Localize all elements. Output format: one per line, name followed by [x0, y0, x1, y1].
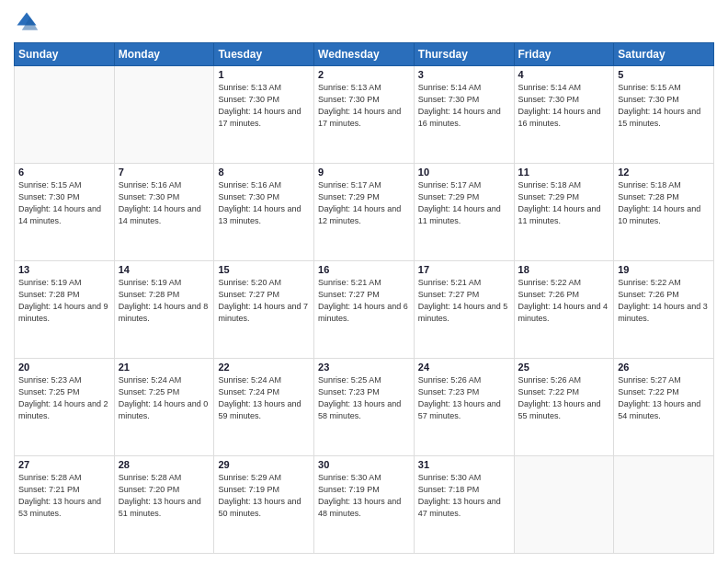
- day-info: Sunrise: 5:15 AMSunset: 7:30 PMDaylight:…: [618, 82, 710, 130]
- day-info: Sunrise: 5:28 AMSunset: 7:20 PMDaylight:…: [119, 472, 210, 520]
- day-info: Sunrise: 5:14 AMSunset: 7:30 PMDaylight:…: [518, 82, 610, 130]
- weekday-header-monday: Monday: [114, 43, 214, 66]
- day-number: 18: [518, 264, 610, 275]
- day-info: Sunrise: 5:19 AMSunset: 7:28 PMDaylight:…: [18, 277, 110, 325]
- day-info: Sunrise: 5:26 AMSunset: 7:22 PMDaylight:…: [518, 374, 610, 422]
- calendar-cell: 26Sunrise: 5:27 AMSunset: 7:22 PMDayligh…: [614, 359, 714, 456]
- day-number: 17: [418, 264, 510, 275]
- calendar-week-row: 20Sunrise: 5:23 AMSunset: 7:25 PMDayligh…: [15, 359, 714, 456]
- day-info: Sunrise: 5:29 AMSunset: 7:19 PMDaylight:…: [218, 472, 310, 520]
- calendar-cell: 28Sunrise: 5:28 AMSunset: 7:20 PMDayligh…: [114, 456, 214, 554]
- calendar-cell: 3Sunrise: 5:14 AMSunset: 7:30 PMDaylight…: [414, 66, 514, 164]
- day-info: Sunrise: 5:14 AMSunset: 7:30 PMDaylight:…: [418, 82, 510, 130]
- day-info: Sunrise: 5:13 AMSunset: 7:30 PMDaylight:…: [218, 82, 310, 130]
- weekday-header-friday: Friday: [514, 43, 614, 66]
- day-info: Sunrise: 5:20 AMSunset: 7:27 PMDaylight:…: [218, 277, 310, 325]
- calendar-cell: [614, 456, 714, 554]
- day-info: Sunrise: 5:30 AMSunset: 7:19 PMDaylight:…: [318, 472, 410, 520]
- calendar-cell: 23Sunrise: 5:25 AMSunset: 7:23 PMDayligh…: [314, 359, 415, 456]
- day-number: 6: [18, 167, 110, 178]
- day-number: 20: [18, 362, 110, 373]
- weekday-header-tuesday: Tuesday: [214, 43, 314, 66]
- calendar-cell: 10Sunrise: 5:17 AMSunset: 7:29 PMDayligh…: [414, 164, 514, 261]
- calendar-cell: [514, 456, 614, 554]
- calendar-week-row: 27Sunrise: 5:28 AMSunset: 7:21 PMDayligh…: [15, 456, 714, 554]
- weekday-header-wednesday: Wednesday: [314, 43, 415, 66]
- calendar-cell: 12Sunrise: 5:18 AMSunset: 7:28 PMDayligh…: [614, 164, 714, 261]
- day-number: 29: [218, 459, 310, 470]
- calendar-cell: 25Sunrise: 5:26 AMSunset: 7:22 PMDayligh…: [514, 359, 614, 456]
- calendar-cell: 17Sunrise: 5:21 AMSunset: 7:27 PMDayligh…: [414, 261, 514, 359]
- day-number: 23: [318, 362, 410, 373]
- day-number: 14: [119, 264, 210, 275]
- weekday-header-thursday: Thursday: [414, 43, 514, 66]
- day-number: 25: [518, 362, 610, 373]
- calendar-week-row: 13Sunrise: 5:19 AMSunset: 7:28 PMDayligh…: [15, 261, 714, 359]
- day-number: 11: [518, 167, 610, 178]
- logo-icon: [14, 9, 40, 35]
- day-info: Sunrise: 5:17 AMSunset: 7:29 PMDaylight:…: [418, 179, 510, 227]
- day-info: Sunrise: 5:19 AMSunset: 7:28 PMDaylight:…: [119, 277, 210, 325]
- header: [14, 9, 714, 35]
- calendar-cell: 5Sunrise: 5:15 AMSunset: 7:30 PMDaylight…: [614, 66, 714, 164]
- calendar-cell: 13Sunrise: 5:19 AMSunset: 7:28 PMDayligh…: [15, 261, 115, 359]
- weekday-header-saturday: Saturday: [614, 43, 714, 66]
- day-info: Sunrise: 5:25 AMSunset: 7:23 PMDaylight:…: [318, 374, 410, 422]
- calendar-week-row: 1Sunrise: 5:13 AMSunset: 7:30 PMDaylight…: [15, 66, 714, 164]
- day-number: 27: [18, 459, 110, 470]
- weekday-header-sunday: Sunday: [15, 43, 115, 66]
- day-info: Sunrise: 5:21 AMSunset: 7:27 PMDaylight:…: [318, 277, 410, 325]
- calendar-week-row: 6Sunrise: 5:15 AMSunset: 7:30 PMDaylight…: [15, 164, 714, 261]
- calendar-cell: 11Sunrise: 5:18 AMSunset: 7:29 PMDayligh…: [514, 164, 614, 261]
- day-number: 1: [218, 69, 310, 80]
- day-info: Sunrise: 5:13 AMSunset: 7:30 PMDaylight:…: [318, 82, 410, 130]
- day-info: Sunrise: 5:24 AMSunset: 7:25 PMDaylight:…: [119, 374, 210, 422]
- page: SundayMondayTuesdayWednesdayThursdayFrid…: [0, 0, 728, 563]
- calendar-cell: 14Sunrise: 5:19 AMSunset: 7:28 PMDayligh…: [114, 261, 214, 359]
- day-info: Sunrise: 5:27 AMSunset: 7:22 PMDaylight:…: [618, 374, 710, 422]
- calendar-cell: 7Sunrise: 5:16 AMSunset: 7:30 PMDaylight…: [114, 164, 214, 261]
- day-info: Sunrise: 5:23 AMSunset: 7:25 PMDaylight:…: [18, 374, 110, 422]
- day-number: 8: [218, 167, 310, 178]
- day-info: Sunrise: 5:21 AMSunset: 7:27 PMDaylight:…: [418, 277, 510, 325]
- weekday-header-row: SundayMondayTuesdayWednesdayThursdayFrid…: [15, 43, 714, 66]
- calendar-cell: 22Sunrise: 5:24 AMSunset: 7:24 PMDayligh…: [214, 359, 314, 456]
- day-number: 22: [218, 362, 310, 373]
- calendar-cell: 29Sunrise: 5:29 AMSunset: 7:19 PMDayligh…: [214, 456, 314, 554]
- day-number: 30: [318, 459, 410, 470]
- day-number: 28: [119, 459, 210, 470]
- day-info: Sunrise: 5:22 AMSunset: 7:26 PMDaylight:…: [518, 277, 610, 325]
- day-info: Sunrise: 5:15 AMSunset: 7:30 PMDaylight:…: [18, 179, 110, 227]
- day-info: Sunrise: 5:17 AMSunset: 7:29 PMDaylight:…: [318, 179, 410, 227]
- calendar-cell: 19Sunrise: 5:22 AMSunset: 7:26 PMDayligh…: [614, 261, 714, 359]
- day-number: 4: [518, 69, 610, 80]
- day-number: 24: [418, 362, 510, 373]
- day-number: 2: [318, 69, 410, 80]
- calendar-cell: 1Sunrise: 5:13 AMSunset: 7:30 PMDaylight…: [214, 66, 314, 164]
- day-number: 16: [318, 264, 410, 275]
- day-info: Sunrise: 5:26 AMSunset: 7:23 PMDaylight:…: [418, 374, 510, 422]
- day-number: 19: [618, 264, 710, 275]
- calendar-cell: 27Sunrise: 5:28 AMSunset: 7:21 PMDayligh…: [15, 456, 115, 554]
- day-number: 26: [618, 362, 710, 373]
- day-info: Sunrise: 5:16 AMSunset: 7:30 PMDaylight:…: [218, 179, 310, 227]
- calendar-table: SundayMondayTuesdayWednesdayThursdayFrid…: [14, 42, 714, 554]
- calendar-cell: 4Sunrise: 5:14 AMSunset: 7:30 PMDaylight…: [514, 66, 614, 164]
- day-number: 3: [418, 69, 510, 80]
- calendar-cell: [114, 66, 214, 164]
- day-info: Sunrise: 5:28 AMSunset: 7:21 PMDaylight:…: [18, 472, 110, 520]
- day-info: Sunrise: 5:24 AMSunset: 7:24 PMDaylight:…: [218, 374, 310, 422]
- day-info: Sunrise: 5:16 AMSunset: 7:30 PMDaylight:…: [119, 179, 210, 227]
- day-number: 21: [119, 362, 210, 373]
- day-number: 15: [218, 264, 310, 275]
- calendar-cell: 9Sunrise: 5:17 AMSunset: 7:29 PMDaylight…: [314, 164, 415, 261]
- calendar-cell: 15Sunrise: 5:20 AMSunset: 7:27 PMDayligh…: [214, 261, 314, 359]
- calendar-cell: 18Sunrise: 5:22 AMSunset: 7:26 PMDayligh…: [514, 261, 614, 359]
- calendar-cell: 31Sunrise: 5:30 AMSunset: 7:18 PMDayligh…: [414, 456, 514, 554]
- day-info: Sunrise: 5:22 AMSunset: 7:26 PMDaylight:…: [618, 277, 710, 325]
- logo: [14, 9, 43, 35]
- calendar-cell: 16Sunrise: 5:21 AMSunset: 7:27 PMDayligh…: [314, 261, 415, 359]
- calendar-cell: 6Sunrise: 5:15 AMSunset: 7:30 PMDaylight…: [15, 164, 115, 261]
- day-number: 31: [418, 459, 510, 470]
- day-number: 7: [119, 167, 210, 178]
